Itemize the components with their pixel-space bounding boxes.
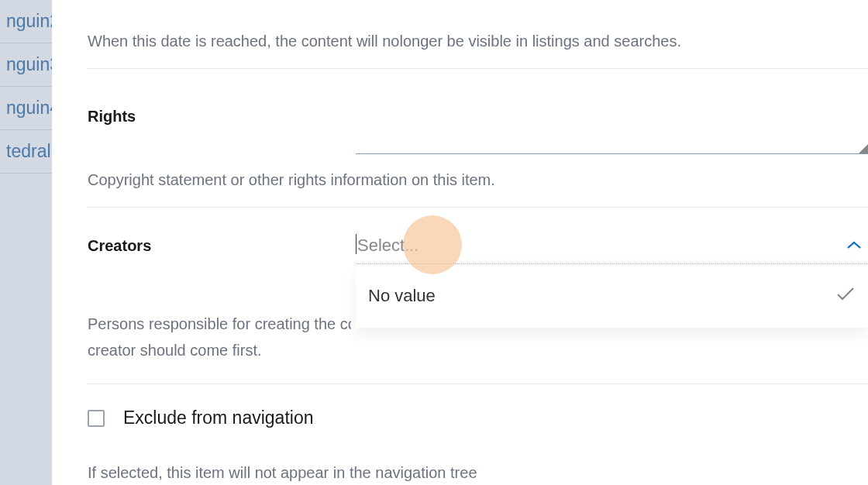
creators-label: Creators	[88, 237, 356, 255]
sidebar-item[interactable]: nguin2	[0, 0, 52, 43]
exclude-nav-helper-text: If selected, this item will not appear i…	[88, 461, 868, 484]
rights-textarea[interactable]	[356, 132, 868, 154]
checkmark-icon	[835, 286, 856, 306]
creators-select-input[interactable]: Select...	[356, 229, 868, 263]
sidebar: nguin2 nguin3 nguin4 tedral	[0, 0, 52, 485]
sidebar-item[interactable]: nguin4	[0, 87, 52, 130]
rights-section: Rights Copyright statement or other righ…	[88, 92, 868, 208]
expiry-section: When this date is reached, the content w…	[88, 0, 868, 69]
creators-placeholder: Select...	[357, 236, 418, 255]
exclude-nav-checkbox[interactable]	[88, 410, 105, 427]
text-caret	[356, 234, 356, 254]
exclude-nav-label[interactable]: Exclude from navigation	[123, 408, 313, 428]
creators-dropdown: No value	[356, 263, 868, 328]
sidebar-item[interactable]: nguin3	[0, 43, 52, 87]
creators-helper-text-line1: Persons responsible for creating the con…	[88, 312, 351, 335]
exclude-nav-section: Exclude from navigation If selected, thi…	[88, 408, 868, 485]
main-form: When this date is reached, the content w…	[52, 0, 868, 485]
sidebar-item[interactable]: tedral	[0, 130, 52, 174]
option-label: No value	[368, 286, 436, 306]
rights-label: Rights	[88, 108, 356, 126]
creators-section: Creators Select... No value	[88, 223, 868, 384]
expiry-helper-text: When this date is reached, the content w…	[88, 29, 868, 53]
chevron-up-icon[interactable]	[846, 240, 862, 254]
creators-option-no-value[interactable]: No value	[356, 264, 868, 328]
creators-helper-text-line2: creator should come first.	[88, 339, 868, 362]
creators-select[interactable]: Select... No value	[356, 229, 868, 263]
rights-helper-text: Copyright statement or other rights info…	[88, 168, 868, 191]
